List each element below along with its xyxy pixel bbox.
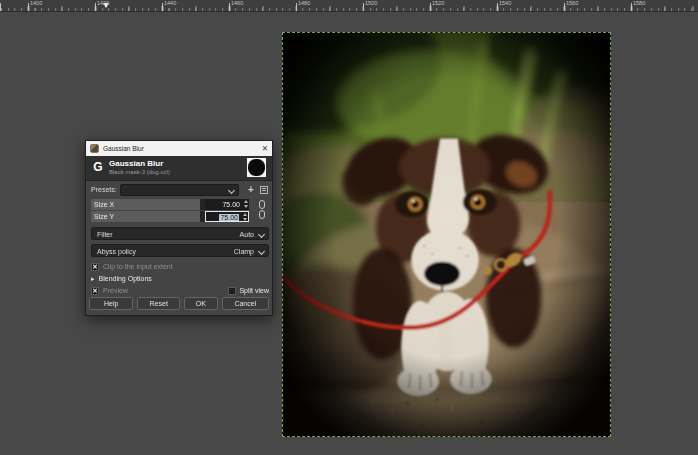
spin-up-icon[interactable] <box>243 213 247 216</box>
size-x-label: Size X <box>94 201 114 208</box>
gegl-logo-icon: G <box>91 160 105 174</box>
close-icon[interactable]: ✕ <box>258 144 272 153</box>
filter-value: Auto <box>240 231 254 238</box>
dialog-header: G Gaussian Blur Black mask-3 (dog.xcf) <box>86 156 272 181</box>
size-y-slider[interactable]: Size Y 75.00 <box>91 211 249 222</box>
ruler-label: 1480 <box>298 0 310 6</box>
filter-label: Filter <box>97 231 113 238</box>
abyss-policy-value: Clamp <box>234 248 254 255</box>
gaussian-blur-dialog: Gaussian Blur ✕ G Gaussian Blur Black ma… <box>85 140 273 316</box>
size-x-spinner[interactable] <box>244 200 248 208</box>
abyss-policy-dropdown[interactable]: Abyss policy Clamp <box>91 244 269 257</box>
cancel-button[interactable]: Cancel <box>222 297 269 310</box>
clip-extent-row[interactable]: ✕ Clip to the input extent <box>91 262 173 271</box>
presets-row: Presets: + <box>91 184 269 196</box>
dialog-icon <box>90 144 99 153</box>
ruler-label: 1580 <box>633 0 645 6</box>
preset-manage-icon[interactable] <box>260 186 268 194</box>
link-xy-chain-icon[interactable] <box>258 200 266 221</box>
clip-extent-label: Clip to the input extent <box>103 263 173 270</box>
dialog-titlebar[interactable]: Gaussian Blur ✕ <box>86 141 272 156</box>
size-x-input[interactable]: 75.00 <box>205 199 249 210</box>
spin-down-icon[interactable] <box>244 205 248 208</box>
dialog-title: Gaussian Blur <box>103 145 258 152</box>
ruler-label: 1440 <box>164 0 176 6</box>
clip-extent-checkbox[interactable]: ✕ <box>91 263 99 271</box>
blending-options-label: Blending Options <box>99 275 152 282</box>
ruler-label: 1500 <box>365 0 377 6</box>
split-view-group: Split view <box>228 286 269 295</box>
mask-thumbnail <box>247 158 266 177</box>
horizontal-ruler[interactable]: 1400142014401460148015001520154015601580 <box>0 0 698 12</box>
add-preset-icon[interactable]: + <box>246 184 256 196</box>
mask-thumbnail-blob <box>248 159 265 176</box>
dialog-buttons: Help Reset OK Cancel <box>89 297 269 310</box>
presets-dropdown[interactable] <box>120 184 239 196</box>
preview-row: ✕ Preview Split view <box>91 286 269 295</box>
split-view-checkbox[interactable] <box>228 287 236 295</box>
preview-checkbox[interactable]: ✕ <box>91 287 99 295</box>
chevron-down-icon <box>258 247 265 254</box>
ok-button[interactable]: OK <box>184 297 218 310</box>
reset-button[interactable]: Reset <box>137 297 180 310</box>
size-y-label: Size Y <box>94 213 114 220</box>
blending-options-expander[interactable]: ▸ Blending Options <box>91 274 152 283</box>
expander-arrow-icon: ▸ <box>91 274 95 283</box>
chain-link-bottom <box>259 210 265 219</box>
spin-up-icon[interactable] <box>244 200 248 203</box>
ruler-label: 1520 <box>432 0 444 6</box>
abyss-policy-label: Abyss policy <box>97 248 136 255</box>
size-y-spinner[interactable] <box>243 213 247 221</box>
help-button[interactable]: Help <box>89 297 133 310</box>
chevron-down-icon <box>228 186 235 193</box>
canvas-image <box>283 33 610 436</box>
chevron-down-icon <box>258 230 265 237</box>
filter-dropdown[interactable]: Filter Auto <box>91 227 269 240</box>
size-x-slider[interactable]: Size X 75.00 <box>91 199 249 210</box>
target-drawable-label: Black mask-3 (dog.xcf) <box>109 169 170 175</box>
size-x-value: 75.00 <box>222 201 240 208</box>
ruler-label: 1420 <box>97 0 109 6</box>
size-y-input[interactable]: 75.00 <box>205 211 249 222</box>
filter-title: Gaussian Blur <box>109 159 163 168</box>
split-view-label: Split view <box>239 287 269 294</box>
spin-down-icon[interactable] <box>243 218 247 221</box>
ruler-label: 1560 <box>566 0 578 6</box>
chain-link-top <box>259 200 265 209</box>
preview-label: Preview <box>103 287 128 294</box>
ruler-label: 1460 <box>231 0 243 6</box>
size-y-value: 75.00 <box>219 214 239 221</box>
ruler-label: 1400 <box>30 0 42 6</box>
gimp-workspace: { "ruler": { "labels": [ {"text": "1400"… <box>0 0 698 455</box>
ruler-label: 1540 <box>499 0 511 6</box>
presets-label: Presets: <box>91 186 117 193</box>
image-canvas[interactable] <box>282 32 611 437</box>
